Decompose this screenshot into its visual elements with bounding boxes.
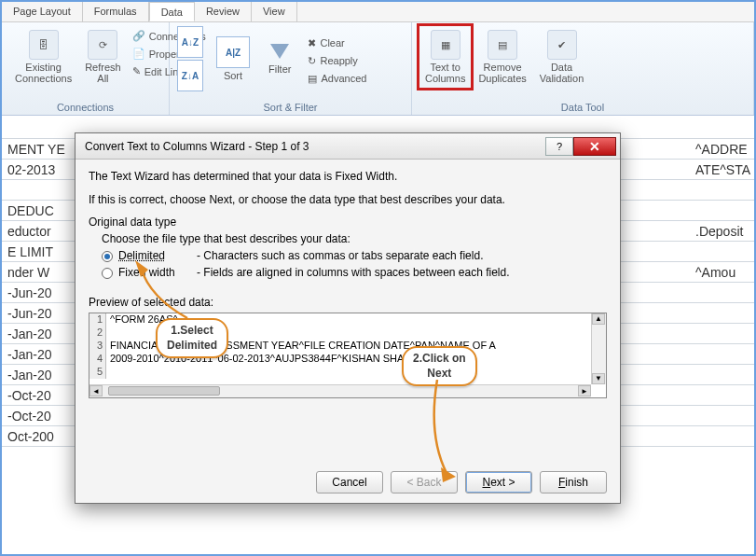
- cell[interactable]: [690, 180, 754, 201]
- remove-duplicates-icon: ▤: [488, 30, 517, 60]
- delimited-desc: - Characters such as commas or tabs sepa…: [197, 249, 483, 262]
- wizard-intro-2: If this is correct, choose Next, or choo…: [89, 192, 607, 208]
- label: Existing Connections: [15, 62, 72, 84]
- fixed-width-radio[interactable]: [102, 268, 113, 279]
- cell[interactable]: [690, 242, 754, 262]
- sort-button[interactable]: A|Z Sort: [211, 33, 255, 85]
- choose-file-type-label: Choose the file type that best describes…: [102, 232, 607, 245]
- remove-duplicates-button[interactable]: ▤ Remove Duplicates: [473, 26, 531, 88]
- cell[interactable]: ^ADDRE: [690, 139, 754, 160]
- db-icon: 🗄: [29, 30, 59, 60]
- filter-button[interactable]: Filter: [263, 40, 296, 78]
- dialog-help-button[interactable]: ?: [545, 137, 573, 156]
- next-button[interactable]: Next >: [465, 471, 532, 493]
- text-to-columns-button[interactable]: ▦ Text to Columns: [419, 26, 471, 88]
- sort-filter-group-label: Sort & Filter: [177, 102, 404, 113]
- clear-filter-link[interactable]: ✖ Clear: [304, 35, 370, 51]
- text-to-columns-icon: ▦: [431, 30, 460, 60]
- sort-asc-icon[interactable]: A↓Z: [177, 26, 203, 58]
- svg-marker-0: [135, 260, 148, 277]
- preview-scrollbar-horizontal[interactable]: ◄ ►: [89, 384, 591, 397]
- validation-icon: ✔: [547, 30, 577, 60]
- wizard-intro-1: The Text Wizard has determined that your…: [89, 169, 607, 185]
- data-tools-group-label: Data Tool: [419, 102, 746, 113]
- text-to-columns-wizard-dialog: Convert Text to Columns Wizard - Step 1 …: [75, 132, 621, 504]
- cancel-button[interactable]: Cancel: [316, 471, 383, 493]
- fixed-width-desc: - Fields are aligned in columns with spa…: [197, 266, 510, 279]
- ribbon-tabs: Page Layout Formulas Data Review View: [2, 2, 754, 22]
- scroll-thumb[interactable]: [108, 386, 220, 396]
- cell[interactable]: .Deposit: [690, 221, 754, 242]
- svg-marker-1: [441, 467, 456, 482]
- tab-view[interactable]: View: [252, 2, 297, 21]
- sort-icon: A|Z: [216, 36, 250, 68]
- funnel-icon: [270, 44, 289, 59]
- existing-connections-button[interactable]: 🗄 Existing Connections: [9, 26, 77, 88]
- sort-desc-icon[interactable]: Z↓A: [177, 60, 203, 91]
- preview-scrollbar-vertical[interactable]: ▲ ▼: [591, 313, 606, 384]
- tab-review[interactable]: Review: [195, 2, 252, 21]
- delimited-radio[interactable]: [102, 251, 113, 262]
- dialog-close-button[interactable]: ✕: [573, 137, 616, 156]
- data-validation-button[interactable]: ✔ Data Validation: [534, 26, 590, 88]
- callout-pointer-1: [122, 260, 234, 326]
- tab-data[interactable]: Data: [149, 2, 195, 21]
- cell[interactable]: ATE^STA: [690, 160, 754, 180]
- reapply-link[interactable]: ↻ Reapply: [304, 53, 370, 69]
- refresh-all-button[interactable]: ⟳ Refresh All: [79, 26, 127, 88]
- refresh-icon: ⟳: [88, 30, 117, 60]
- finish-button[interactable]: Finish: [540, 471, 607, 493]
- cell[interactable]: [690, 118, 754, 139]
- ribbon: 🗄 Existing Connections ⟳ Refresh All 🔗Co…: [2, 22, 754, 116]
- tab-formulas[interactable]: Formulas: [83, 2, 149, 21]
- cell[interactable]: ^Amou: [690, 262, 754, 283]
- advanced-link[interactable]: ▤ Advanced: [304, 71, 370, 87]
- callout-pointer-2: [419, 380, 474, 482]
- connections-group-label: Connections: [9, 102, 161, 113]
- tab-page-layout[interactable]: Page Layout: [2, 2, 83, 21]
- original-data-type-label: Original data type: [89, 215, 607, 229]
- label: Refresh All: [85, 62, 121, 84]
- cell[interactable]: [690, 201, 754, 221]
- dialog-title: Convert Text to Columns Wizard - Step 1 …: [85, 140, 545, 153]
- dialog-titlebar[interactable]: Convert Text to Columns Wizard - Step 1 …: [76, 133, 620, 160]
